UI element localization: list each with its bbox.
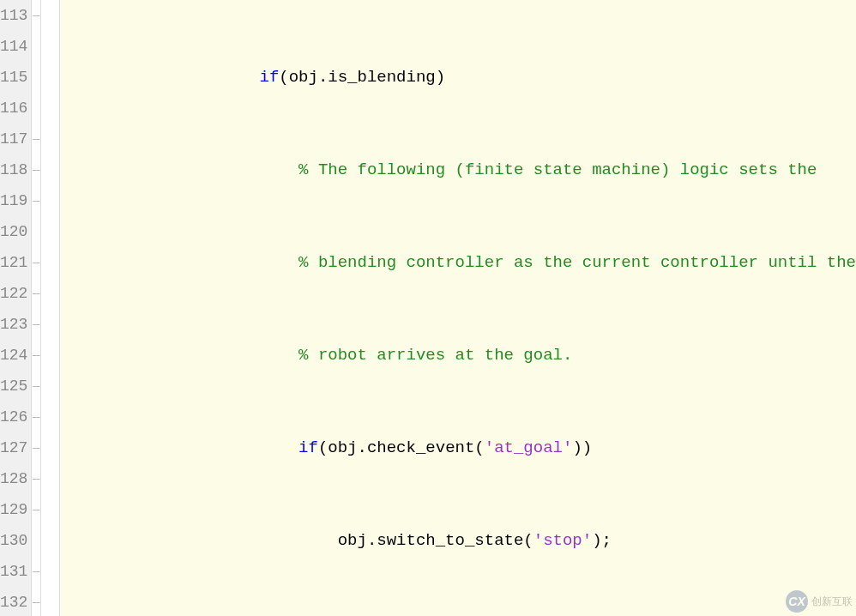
line-number: 117	[0, 124, 31, 154]
code-editor: 113 114 115 116 117 118 119 120 121 122 …	[0, 0, 856, 616]
line-number: 131	[0, 556, 31, 587]
fold-mark[interactable]	[32, 31, 40, 62]
comment: % blending controller as the current con…	[298, 253, 856, 272]
line-number: 130	[0, 525, 31, 556]
fold-mark[interactable]: —	[32, 494, 40, 525]
fold-mark[interactable]	[32, 93, 40, 124]
comment: % The following (finite state machine) l…	[298, 160, 817, 179]
indent	[63, 346, 298, 365]
line-number: 128	[0, 463, 31, 494]
indent-column	[41, 0, 60, 616]
fold-mark[interactable]: —	[32, 278, 40, 309]
fold-mark[interactable]: —	[32, 124, 40, 154]
line-number: 121	[0, 247, 31, 278]
line-number: 114	[0, 31, 31, 62]
comment: % robot arrives at the goal.	[298, 346, 572, 365]
fold-column: — — — — — — — — — — — — — — —	[32, 0, 41, 616]
fold-mark[interactable]	[32, 216, 40, 247]
fold-mark[interactable]: —	[32, 587, 40, 616]
code-line[interactable]: % blending controller as the current con…	[60, 247, 856, 278]
code-line[interactable]: if(obj.check_event('at_goal'))	[60, 432, 856, 463]
line-number: 126	[0, 402, 31, 432]
indent	[63, 68, 259, 87]
fold-mark[interactable]	[32, 62, 40, 93]
watermark-text: 创新互联	[811, 595, 853, 609]
line-number: 123	[0, 309, 31, 340]
line-number: 120	[0, 216, 31, 247]
string-literal: 'stop'	[533, 531, 592, 550]
code-text: obj.switch_to_state(	[338, 531, 533, 550]
fold-mark[interactable]	[32, 525, 40, 556]
watermark-icon: CX	[786, 590, 808, 613]
fold-mark[interactable]: —	[32, 463, 40, 494]
fold-mark[interactable]: —	[32, 432, 40, 463]
code-area[interactable]: if(obj.is_blending) % The following (fin…	[60, 0, 856, 616]
line-number: 115	[0, 62, 31, 93]
line-number: 116	[0, 93, 31, 124]
code-line[interactable]: % robot arrives at the goal.	[60, 340, 856, 371]
indent	[63, 438, 298, 457]
fold-mark[interactable]: —	[32, 247, 40, 278]
code-line[interactable]: % The following (finite state machine) l…	[60, 154, 856, 185]
line-number-gutter: 113 114 115 116 117 118 119 120 121 122 …	[0, 0, 32, 616]
code-line[interactable]: if(obj.is_blending)	[60, 62, 856, 93]
indent	[63, 253, 298, 272]
keyword-if: if	[259, 68, 279, 87]
code-text: );	[592, 531, 612, 550]
code-text: ))	[572, 438, 592, 457]
fold-mark[interactable]: —	[32, 0, 40, 31]
line-number: 124	[0, 340, 31, 371]
fold-mark[interactable]: —	[32, 402, 40, 432]
line-number: 118	[0, 154, 31, 185]
line-number: 113	[0, 0, 31, 31]
string-literal: 'at_goal'	[485, 438, 573, 457]
line-number: 129	[0, 494, 31, 525]
indent	[63, 160, 298, 179]
line-number: 119	[0, 185, 31, 216]
fold-mark[interactable]: —	[32, 309, 40, 340]
line-number: 122	[0, 278, 31, 309]
code-line[interactable]: obj.switch_to_state('stop');	[60, 525, 856, 556]
fold-mark[interactable]: —	[32, 371, 40, 402]
indent	[63, 531, 337, 550]
keyword-if: if	[298, 438, 318, 457]
code-text: (obj.check_event(	[318, 438, 485, 457]
fold-mark[interactable]: —	[32, 185, 40, 216]
line-number: 125	[0, 371, 31, 402]
watermark: CX 创新互联	[786, 590, 853, 613]
fold-mark[interactable]: —	[32, 556, 40, 587]
fold-mark[interactable]: —	[32, 154, 40, 185]
line-number: 132	[0, 587, 31, 616]
fold-mark[interactable]: —	[32, 340, 40, 371]
line-number: 127	[0, 432, 31, 463]
code-text: (obj.is_blending)	[279, 68, 445, 87]
